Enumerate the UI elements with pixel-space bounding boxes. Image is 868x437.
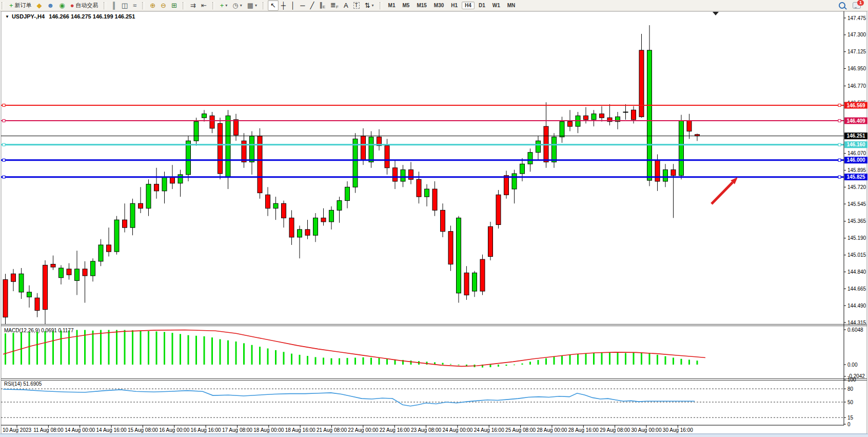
timeframe-m15[interactable]: M15 (413, 2, 429, 9)
zoom-in-button[interactable]: ⊕ (147, 0, 158, 11)
macd-bar (92, 331, 94, 365)
zoom-group-grip[interactable] (142, 2, 145, 9)
rsi-axis-label: 15 (847, 415, 854, 421)
hline-anchor[interactable] (838, 143, 841, 146)
time-tick-label: 14 Aug 00:00 (65, 427, 95, 433)
macd-bar (323, 358, 324, 365)
macd-axis-label: 0.00 (847, 362, 858, 368)
price-badge-label: 146.251 (846, 133, 865, 139)
rsi-axis-label: 100 (847, 377, 856, 383)
timeframe-mn[interactable]: MN (504, 2, 519, 9)
trade-group-grip[interactable] (2, 2, 4, 9)
chart-symbol-period: USDJPY-,H4 (12, 13, 45, 20)
status-strip (0, 434, 868, 437)
templates-button-caret-icon: ▾ (255, 3, 257, 8)
channel-button[interactable]: ∥E (317, 0, 328, 11)
macd-bar (180, 334, 181, 365)
hline-anchor[interactable] (838, 176, 841, 178)
timeframe-group-grip[interactable] (380, 2, 382, 9)
horizontal-line-button[interactable]: ─ (298, 0, 307, 11)
cursor-button[interactable]: ↖ (268, 0, 279, 11)
macd-bar (172, 333, 173, 365)
arrows-button[interactable]: ⇅▾ (362, 0, 377, 11)
zoom-out-button[interactable]: ⊖ (158, 0, 169, 11)
autotrade-button[interactable]: ●自动交易 (68, 0, 101, 11)
bar-chart-button[interactable]: ║ (109, 0, 119, 11)
timeframe-h1[interactable]: H1 (448, 2, 461, 9)
new-order-button[interactable]: +新订单 (7, 0, 34, 11)
chart-canvas[interactable]: 147.475147.300147.125146.950146.770146.5… (0, 0, 868, 437)
fibonacci-button[interactable]: ≣F (328, 0, 341, 11)
candle (234, 120, 239, 135)
hline-anchor[interactable] (838, 159, 841, 161)
line-chart-button[interactable]: ≈ (130, 0, 139, 11)
fibonacci-icon: ≣F (330, 2, 339, 9)
hline-anchor[interactable] (3, 104, 5, 107)
macd-bar (657, 355, 658, 365)
time-tick-label: 22 Aug 16:00 (380, 427, 410, 433)
text-button[interactable]: A (341, 0, 351, 11)
macd-bar (29, 332, 30, 365)
candle (448, 232, 453, 264)
scroll-group-grip[interactable] (183, 2, 185, 9)
timeframe-h4[interactable]: H4 (462, 2, 475, 9)
mt4-window: +新订单◆☻◉●自动交易║◫≈⊕⊖⊞⇉⇤+▾◷▾▦▾↖┼│─╱∥E≣FAT⇅▾M… (0, 0, 868, 437)
hline-anchor[interactable] (3, 159, 5, 161)
timeframe-w1[interactable]: W1 (489, 2, 503, 9)
timeframe-m1[interactable]: M1 (385, 2, 399, 9)
signals-button[interactable]: ◉ (56, 0, 67, 11)
macd-bar (307, 356, 308, 365)
timeframe-m30[interactable]: M30 (431, 2, 447, 9)
macd-bar (235, 341, 237, 365)
macd-bar (116, 330, 117, 365)
candle (536, 141, 541, 153)
search-icon[interactable] (839, 2, 845, 9)
zoom-in-icon: ⊕ (150, 2, 155, 9)
hline-anchor[interactable] (3, 143, 5, 146)
trendline-button[interactable]: ╱ (307, 0, 317, 11)
hline-anchor[interactable] (838, 120, 841, 122)
chart-mode-group-grip[interactable] (104, 2, 106, 9)
macd-bar (132, 330, 133, 365)
rsi-axis-label: 50 (847, 400, 854, 405)
trendline-icon: ╱ (310, 2, 314, 9)
indicators-button[interactable]: +▾ (218, 0, 230, 11)
hline-anchor[interactable] (838, 104, 841, 107)
macd-bar (148, 331, 149, 365)
macd-bar (522, 364, 523, 365)
text-label-icon: T (353, 2, 360, 9)
notifications-icon[interactable]: 1 (853, 2, 861, 9)
timeframe-m5[interactable]: M5 (400, 2, 413, 9)
timeframe-d1[interactable]: D1 (476, 2, 488, 9)
symbol-dropdown-icon[interactable]: ▼ (5, 14, 9, 19)
macd-bar (339, 358, 340, 365)
chart-shift-button[interactable]: ⇤ (199, 0, 209, 11)
macd-bar (140, 331, 142, 365)
templates-button[interactable]: ▦▾ (245, 0, 260, 11)
deposit-button[interactable]: ◆ (34, 0, 45, 11)
crosshair-icon: ┼ (281, 2, 286, 9)
macd-bar (331, 358, 332, 365)
community-button[interactable]: ☻ (45, 0, 57, 11)
periods-button[interactable]: ◷▾ (230, 0, 244, 11)
drawing-tools-group-grip[interactable] (263, 2, 265, 9)
crosshair-button[interactable]: ┼ (279, 0, 288, 11)
rsi-axis-label: 0 (847, 422, 851, 427)
macd-bar (61, 331, 62, 365)
hline-anchor[interactable] (3, 176, 5, 178)
candlestick-chart-button[interactable]: ◫ (119, 0, 130, 11)
time-tick-label: 30 Aug 00:00 (632, 427, 662, 433)
candle (432, 189, 437, 210)
tile-windows-button[interactable]: ⊞ (169, 0, 180, 11)
cursor-icon: ↖ (270, 2, 276, 9)
macd-bar (315, 357, 317, 365)
time-tick-label: 10 Aug 2023 (3, 427, 32, 433)
vertical-line-button[interactable]: │ (288, 0, 298, 11)
insert-group-grip[interactable] (212, 2, 215, 9)
label-button[interactable]: T (351, 0, 362, 11)
auto-scroll-button[interactable]: ⇉ (188, 0, 199, 11)
price-badge-label: 145.825 (846, 174, 865, 180)
hline-anchor[interactable] (3, 120, 5, 122)
candle (313, 218, 318, 235)
macd-axis-label: 0.6048 (847, 327, 863, 333)
